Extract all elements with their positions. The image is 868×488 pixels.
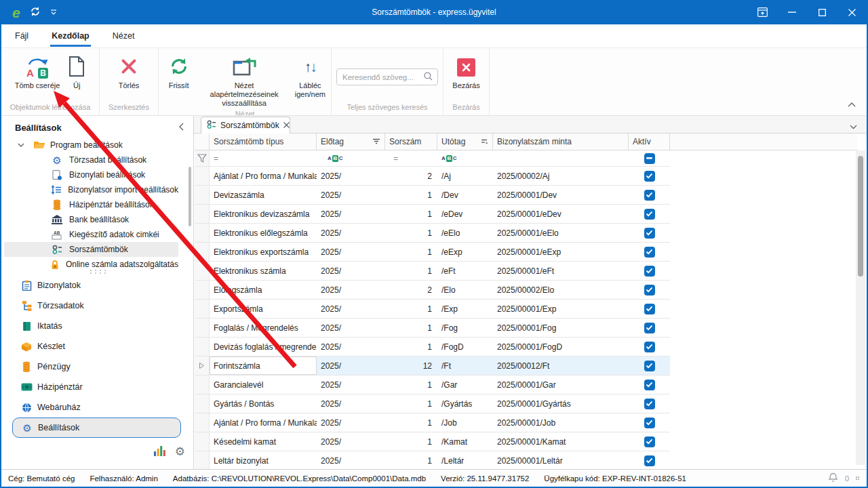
- cell-sorszam[interactable]: 1: [385, 243, 437, 261]
- table-row[interactable]: Forintszámla 2025/ 12 /Ft 2025/00012/Ft: [195, 357, 670, 375]
- cell-aktiv[interactable]: [629, 432, 670, 451]
- cell-utotag[interactable]: /Ft: [437, 357, 493, 375]
- cell-minta[interactable]: 2025/00001/Gar: [493, 375, 629, 394]
- cell-minta[interactable]: 2025/00002/Elo: [493, 281, 629, 299]
- filter-cell-sorszam[interactable]: =: [385, 150, 437, 166]
- cell-tipus[interactable]: Devizaszámla: [210, 186, 317, 204]
- cell-sorszam[interactable]: 1: [385, 375, 437, 394]
- table-row[interactable]: Előlegszámla 2025/ 2 /Elo 2025/00002/Elo: [195, 281, 670, 300]
- maximize-button[interactable]: [807, 0, 837, 24]
- cell-sorszam[interactable]: 1: [385, 413, 437, 432]
- splitter-grip[interactable]: [88, 269, 107, 274]
- sidebar-item-torzsadatok[interactable]: Törzsadatok: [1, 296, 193, 316]
- cell-minta[interactable]: 2025/00001/Dev: [493, 186, 629, 204]
- aktiv-checkbox[interactable]: [644, 304, 655, 314]
- tree-item-kiegeszito-adatok-cimkei[interactable]: AB Kiegészítő adatok cimkéi: [4, 227, 178, 242]
- cell-elotag[interactable]: 2025/: [317, 262, 385, 280]
- filter-cell-elotag[interactable]: ABC: [317, 150, 385, 166]
- settings-gear-icon[interactable]: ⚙: [175, 446, 185, 458]
- cell-elotag[interactable]: 2025/: [317, 186, 385, 204]
- cell-elotag[interactable]: 2025/: [317, 167, 385, 185]
- cell-tipus[interactable]: Garancialevél: [210, 375, 317, 394]
- minimize-button[interactable]: [777, 0, 807, 24]
- cell-utotag[interactable]: /Dev: [437, 186, 493, 204]
- cell-tipus[interactable]: Forintszámla: [210, 357, 317, 375]
- table-row[interactable]: Gyártás / Bontás 2025/ 1 /Gyártás 2025/0…: [195, 394, 670, 413]
- cell-elotag[interactable]: 2025/: [317, 394, 385, 413]
- table-row[interactable]: Devizás foglalás / megrendelés 2025/ 1 /…: [195, 338, 670, 357]
- cell-aktiv[interactable]: [629, 243, 670, 261]
- cell-sorszam[interactable]: 1: [385, 394, 437, 413]
- bezaras-button[interactable]: Bezárás: [448, 52, 484, 90]
- cell-sorszam[interactable]: 1: [385, 224, 437, 242]
- cell-tipus[interactable]: Előlegszámla: [210, 281, 317, 299]
- cell-aktiv[interactable]: [629, 375, 670, 394]
- cell-sorszam[interactable]: 1: [385, 432, 437, 451]
- cell-aktiv[interactable]: [629, 357, 670, 375]
- filter-active-icon[interactable]: [372, 137, 380, 146]
- ribbon-collapse-icon[interactable]: [848, 100, 856, 109]
- tree-item-torzsadat-beallitasok[interactable]: ⚙ Törzsadat beállítások: [4, 152, 178, 167]
- cell-minta[interactable]: 2025/00001/Leltár: [493, 451, 629, 470]
- cell-elotag[interactable]: 2025/: [317, 281, 385, 299]
- cell-sorszam[interactable]: 2: [385, 167, 437, 185]
- tab-nezet[interactable]: Nézet: [111, 24, 136, 47]
- filter-cell-aktiv[interactable]: [629, 150, 670, 166]
- aktiv-checkbox[interactable]: [644, 190, 655, 201]
- cell-utotag[interactable]: /FogD: [437, 338, 493, 356]
- torles-button[interactable]: Törlés: [115, 52, 144, 90]
- tomb-csereje-button[interactable]: A B Tömb cseréje: [11, 52, 64, 90]
- table-row[interactable]: Exportszámla 2025/ 1 /Exp 2025/00001/Exp: [195, 300, 670, 319]
- aktiv-checkbox[interactable]: [644, 399, 655, 409]
- column-header-utotag[interactable]: Utótag: [437, 134, 493, 150]
- cell-sorszam[interactable]: 1: [385, 338, 437, 356]
- table-row[interactable]: Ajánlat / Pro forma / Munkala... 2025/ 1…: [195, 413, 670, 432]
- cell-elotag[interactable]: 2025/: [317, 224, 385, 242]
- aktiv-checkbox[interactable]: [644, 247, 655, 258]
- tab-kezdolap[interactable]: Kezdőlap: [50, 24, 91, 47]
- chevron-down-icon[interactable]: [18, 143, 27, 147]
- cell-minta[interactable]: 2025/00001/Kamat: [493, 432, 629, 451]
- sidebar-item-keszlet[interactable]: Készlet: [1, 336, 193, 357]
- column-header-tipus[interactable]: Sorszámtömb típus: [210, 134, 317, 150]
- aktiv-checkbox[interactable]: [644, 323, 655, 333]
- sidebar-item-iktatas[interactable]: Iktatás: [1, 316, 193, 336]
- aktiv-checkbox[interactable]: [644, 380, 655, 390]
- cell-tipus[interactable]: Foglalás / Megrendelés: [210, 319, 317, 337]
- cell-utotag[interactable]: /Gyártás: [437, 394, 493, 413]
- fulltext-search-box[interactable]: [336, 68, 438, 85]
- tree-scrollbar[interactable]: [189, 167, 191, 226]
- cell-elotag[interactable]: 2025/: [317, 375, 385, 394]
- scrollbar-thumb[interactable]: [858, 156, 863, 277]
- filter-funnel-icon[interactable]: [195, 150, 210, 166]
- cell-aktiv[interactable]: [629, 186, 670, 204]
- cell-elotag[interactable]: 2025/: [317, 319, 385, 337]
- cell-aktiv[interactable]: [629, 205, 670, 223]
- cell-minta[interactable]: 2025/00012/Ft: [493, 357, 629, 375]
- aktiv-checkbox[interactable]: [644, 455, 655, 466]
- cell-minta[interactable]: 2025/00001/FogD: [493, 338, 629, 356]
- cell-utotag[interactable]: /eElo: [437, 224, 493, 242]
- tree-item-bizonylatsor-import[interactable]: Bizonylatsor import beállítások: [4, 182, 178, 197]
- aktiv-checkbox[interactable]: [644, 266, 655, 277]
- cell-sorszam[interactable]: 12: [385, 357, 437, 375]
- cell-minta[interactable]: 2025/00001/Exp: [493, 300, 629, 318]
- statistics-icon[interactable]: [154, 445, 165, 458]
- cell-tipus[interactable]: Elektronikus előlegszámla: [210, 224, 317, 242]
- cell-tipus[interactable]: Késedelmi kamat: [210, 432, 317, 451]
- table-row[interactable]: Elektronikus exportszámla 2025/ 1 /eExp …: [195, 243, 670, 262]
- qat-dropdown-icon[interactable]: [50, 7, 57, 17]
- sidebar-item-penzugy[interactable]: Pénzügy: [1, 357, 193, 377]
- table-row[interactable]: Foglalás / Megrendelés 2025/ 1 /Fog 2025…: [195, 319, 670, 338]
- aktiv-checkbox[interactable]: [644, 342, 655, 352]
- cell-utotag[interactable]: /Fog: [437, 319, 493, 337]
- cell-tipus[interactable]: Elektronikus devizaszámla: [210, 205, 317, 223]
- resize-grip[interactable]: [856, 476, 860, 481]
- cell-aktiv[interactable]: [629, 394, 670, 413]
- ribbon-display-options-button[interactable]: [747, 0, 777, 24]
- cell-sorszam[interactable]: 1: [385, 319, 437, 337]
- cell-tipus[interactable]: Leltár bizonylat: [210, 451, 317, 470]
- cell-utotag[interactable]: /Exp: [437, 300, 493, 318]
- column-header-aktiv[interactable]: Aktív: [629, 134, 670, 150]
- sidebar-item-bizonylatok[interactable]: Bizonylatok: [1, 275, 193, 296]
